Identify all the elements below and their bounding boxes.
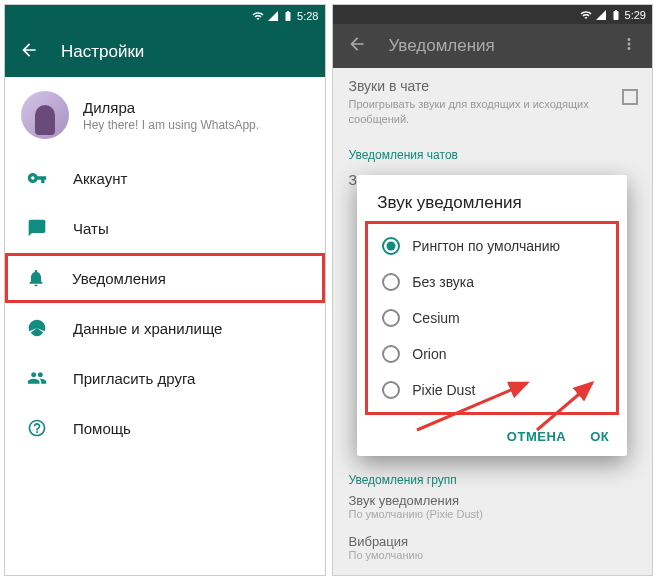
radio-option[interactable]: Pixie Dust bbox=[372, 372, 612, 408]
cancel-button[interactable]: ОТМЕНА bbox=[507, 429, 566, 444]
signal-icon bbox=[595, 9, 607, 21]
menu-item-invite[interactable]: Пригласить друга bbox=[5, 353, 325, 403]
page-title: Настройки bbox=[61, 42, 311, 62]
settings-menu: АккаунтЧатыУведомленияДанные и хранилище… bbox=[5, 153, 325, 453]
menu-item-key[interactable]: Аккаунт bbox=[5, 153, 325, 203]
invite-icon bbox=[27, 368, 47, 388]
bell-icon bbox=[26, 268, 46, 288]
chat-sounds-row[interactable]: Звуки в чате Проигрывать звуки для входя… bbox=[333, 68, 653, 136]
menu-label: Данные и хранилище bbox=[73, 320, 222, 337]
battery-icon bbox=[282, 10, 294, 22]
chat-sounds-sub: Проигрывать звуки для входящих и исходящ… bbox=[349, 97, 637, 126]
status-bar: 5:28 bbox=[5, 5, 325, 27]
menu-label: Помощь bbox=[73, 420, 131, 437]
page-title: Уведомления bbox=[389, 36, 599, 56]
radio-icon bbox=[382, 381, 400, 399]
radio-label: Pixie Dust bbox=[412, 382, 475, 398]
chat-sounds-checkbox[interactable] bbox=[622, 89, 638, 105]
dialog-title: Звук уведомления bbox=[357, 193, 627, 221]
data-icon bbox=[27, 318, 47, 338]
chat-icon bbox=[27, 218, 47, 238]
ok-button[interactable]: ОК bbox=[590, 429, 609, 444]
radio-label: Рингтон по умолчанию bbox=[412, 238, 560, 254]
radio-icon bbox=[382, 237, 400, 255]
section-groups: Уведомления групп bbox=[349, 461, 637, 493]
status-time: 5:29 bbox=[625, 9, 646, 21]
app-bar: Настройки bbox=[5, 27, 325, 77]
sound-dialog: Звук уведомления Рингтон по умолчаниюБез… bbox=[357, 175, 627, 456]
radio-option[interactable]: Orion bbox=[372, 336, 612, 372]
status-time: 5:28 bbox=[297, 10, 318, 22]
back-icon[interactable] bbox=[347, 34, 367, 58]
radio-icon bbox=[382, 345, 400, 363]
profile-row[interactable]: Диляра Hey there! I am using WhatsApp. bbox=[5, 77, 325, 153]
menu-label: Чаты bbox=[73, 220, 109, 237]
wifi-icon bbox=[580, 9, 592, 21]
radio-icon bbox=[382, 273, 400, 291]
radio-label: Cesium bbox=[412, 310, 459, 326]
radio-option[interactable]: Cesium bbox=[372, 300, 612, 336]
radio-option[interactable]: Без звука bbox=[372, 264, 612, 300]
menu-item-help[interactable]: Помощь bbox=[5, 403, 325, 453]
profile-info: Диляра Hey there! I am using WhatsApp. bbox=[83, 99, 309, 132]
chat-sounds-title: Звуки в чате bbox=[349, 78, 637, 94]
menu-label: Аккаунт bbox=[73, 170, 127, 187]
radio-icon bbox=[382, 309, 400, 327]
more-icon[interactable] bbox=[620, 35, 638, 57]
phone-settings: 5:28 Настройки Диляра Hey there! I am us… bbox=[4, 4, 326, 576]
menu-item-chat[interactable]: Чаты bbox=[5, 203, 325, 253]
menu-label: Уведомления bbox=[72, 270, 166, 287]
dialog-actions: ОТМЕНА ОК bbox=[357, 415, 627, 456]
radio-label: Без звука bbox=[412, 274, 474, 290]
radio-option[interactable]: Рингтон по умолчанию bbox=[372, 228, 612, 264]
profile-status: Hey there! I am using WhatsApp. bbox=[83, 118, 309, 132]
radio-label: Orion bbox=[412, 346, 446, 362]
battery-icon bbox=[610, 9, 622, 21]
menu-item-bell[interactable]: Уведомления bbox=[5, 253, 325, 303]
profile-name: Диляра bbox=[83, 99, 309, 116]
vibration-row[interactable]: Вибрация По умолчанию bbox=[349, 534, 637, 561]
app-bar: Уведомления bbox=[333, 24, 653, 68]
phone-notifications: 5:29 Уведомления Звуки в чате Проигрыват… bbox=[332, 4, 654, 576]
wifi-icon bbox=[252, 10, 264, 22]
help-icon bbox=[27, 418, 47, 438]
signal-icon bbox=[267, 10, 279, 22]
menu-label: Пригласить друга bbox=[73, 370, 195, 387]
back-icon[interactable] bbox=[19, 40, 39, 64]
dialog-options: Рингтон по умолчаниюБез звукаCesiumOrion… bbox=[365, 221, 619, 415]
key-icon bbox=[27, 168, 47, 188]
menu-item-data[interactable]: Данные и хранилище bbox=[5, 303, 325, 353]
avatar bbox=[21, 91, 69, 139]
status-bar: 5:29 bbox=[333, 5, 653, 24]
section-chats: Уведомления чатов bbox=[333, 136, 653, 168]
group-sound-row[interactable]: Звук уведомления По умолчанию (Pixie Dus… bbox=[349, 493, 637, 520]
